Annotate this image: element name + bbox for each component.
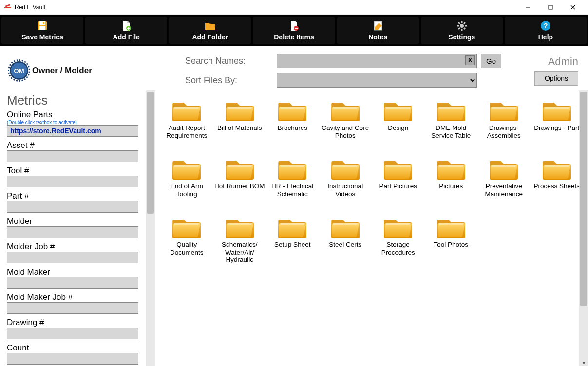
- folder-icon: [171, 213, 203, 240]
- logo-text: Owner / Molder: [32, 66, 92, 75]
- folder-item[interactable]: Drawings-Assemblies: [477, 94, 531, 149]
- folder-item[interactable]: Bill of Materials: [213, 94, 266, 149]
- folder-item[interactable]: Design: [372, 94, 425, 149]
- folder-icon: [276, 96, 308, 123]
- metric-field-label: Mold Maker: [7, 267, 149, 277]
- folder-scroll-area[interactable]: Audit Report Requirements Bill of Materi…: [157, 92, 586, 364]
- titlebar: Red E Vault: [0, 0, 588, 15]
- folder-icon: [224, 96, 256, 123]
- svg-rect-1: [5, 4, 10, 7]
- online-parts-field: Online Parts (Double click textbox to ac…: [7, 110, 149, 137]
- add-folder-button[interactable]: Add Folder: [169, 17, 251, 44]
- sort-select[interactable]: [277, 73, 477, 88]
- logo-area: OM Owner / Molder: [10, 61, 185, 80]
- minimize-button[interactable]: [517, 0, 539, 15]
- notes-button[interactable]: Notes: [337, 17, 419, 44]
- folder-item[interactable]: Brochures: [266, 94, 319, 149]
- notes-icon: [372, 20, 384, 32]
- metric-field: Mold Maker Job #: [7, 293, 149, 314]
- help-icon: ?: [540, 20, 551, 32]
- settings-button[interactable]: Settings: [421, 17, 503, 44]
- delete-items-button[interactable]: Delete Items: [253, 17, 335, 44]
- metric-field-input[interactable]: [7, 277, 138, 289]
- search-input[interactable]: [277, 54, 477, 68]
- folder-icon: [276, 154, 308, 182]
- folder-item[interactable]: Instructional Videos: [319, 152, 372, 208]
- folder-scroll-thumb[interactable]: [580, 92, 587, 306]
- folder-item[interactable]: Pictures: [425, 152, 478, 208]
- metric-field-input[interactable]: [7, 302, 138, 314]
- online-parts-hint: (Double click textbox to activate): [7, 120, 149, 125]
- folder-item[interactable]: Drawings - Part: [531, 94, 584, 149]
- folder-item[interactable]: HR - Electrical Schematic: [266, 152, 319, 208]
- maximize-button[interactable]: [539, 0, 562, 15]
- main-toolbar: Save Metrics Add File Add Folder Delete …: [0, 15, 588, 46]
- search-input-wrap: X: [277, 54, 477, 68]
- metric-field-input[interactable]: [7, 353, 138, 365]
- folder-item[interactable]: Preventative Maintenance: [477, 152, 531, 208]
- folder-icon: [382, 96, 414, 123]
- help-button[interactable]: ? Help: [505, 17, 587, 44]
- folder-item[interactable]: DME Mold Service Table: [425, 94, 478, 149]
- folder-item[interactable]: Hot Runner BOM: [213, 152, 266, 208]
- metrics-scroll-thumb[interactable]: [147, 92, 154, 214]
- delete-icon: [288, 20, 300, 32]
- folder-item[interactable]: Cavity and Core Photos: [319, 94, 372, 149]
- folder-item[interactable]: Tool Photos: [425, 211, 478, 266]
- folder-name: Quality Documents: [161, 241, 212, 264]
- folder-icon: [382, 213, 414, 240]
- save-metrics-button[interactable]: Save Metrics: [1, 17, 83, 44]
- folder-item[interactable]: Quality Documents: [160, 211, 213, 266]
- folder-item[interactable]: Storage Procedures: [372, 211, 425, 266]
- folder-item[interactable]: End of Arm Tooling: [160, 152, 213, 208]
- metrics-scrollbar[interactable]: [146, 90, 155, 366]
- folder-item[interactable]: Schematics/ Water/Air/ Hydraulic: [213, 211, 266, 266]
- folder-name: Audit Report Requirements: [161, 124, 212, 147]
- folder-item[interactable]: Process Sheets: [531, 152, 584, 208]
- help-label: Help: [538, 33, 553, 41]
- folder-item[interactable]: Setup Sheet: [266, 211, 319, 266]
- online-parts-input[interactable]: [7, 125, 138, 137]
- scroll-down-icon[interactable]: ▾: [580, 359, 587, 366]
- add-folder-icon: [204, 20, 216, 32]
- logo-initials: OM: [14, 67, 24, 74]
- add-file-icon: [120, 20, 132, 32]
- metric-field-label: Drawing #: [7, 318, 149, 328]
- folder-name: Steel Certs: [329, 241, 361, 264]
- go-button[interactable]: Go: [481, 54, 501, 68]
- folder-name: Brochures: [277, 124, 307, 147]
- metric-field: Part #: [7, 191, 149, 213]
- folder-item[interactable]: Audit Report Requirements: [160, 94, 213, 149]
- folder-grid: Audit Report Requirements Bill of Materi…: [157, 92, 586, 268]
- folder-name: DME Mold Service Table: [426, 124, 477, 147]
- metric-field: Molder: [7, 217, 149, 238]
- metric-field-label: Mold Maker Job #: [7, 293, 149, 302]
- folder-icon: [435, 213, 467, 240]
- folder-icon: [329, 154, 361, 182]
- metric-field-label: Asset #: [7, 141, 149, 150]
- folder-icon: [435, 154, 467, 182]
- search-block: Search Names: X Go Sort Files By:: [185, 54, 505, 88]
- settings-label: Settings: [448, 33, 475, 41]
- metric-field-input[interactable]: [7, 226, 138, 238]
- folder-item[interactable]: Part Pictures: [372, 152, 425, 208]
- folder-scrollbar[interactable]: ▴ ▾: [579, 90, 588, 366]
- folder-icon: [224, 154, 256, 182]
- folder-name: Hot Runner BOM: [214, 183, 265, 206]
- metric-field-input[interactable]: [7, 150, 138, 162]
- search-label: Search Names:: [185, 56, 273, 66]
- search-clear-button[interactable]: X: [465, 55, 475, 65]
- folder-item[interactable]: Steel Certs: [319, 211, 372, 266]
- folder-icon: [329, 213, 361, 240]
- metric-field-input[interactable]: [7, 176, 138, 187]
- metric-field-input[interactable]: [7, 252, 138, 263]
- metric-field-input[interactable]: [7, 201, 138, 213]
- metric-field-input[interactable]: [7, 328, 138, 339]
- close-button[interactable]: [562, 0, 584, 15]
- svg-rect-7: [39, 21, 45, 25]
- folder-icon: [541, 96, 573, 123]
- add-file-button[interactable]: Add File: [85, 17, 167, 44]
- metric-field: Tool #: [7, 166, 149, 187]
- folder-icon: [276, 213, 308, 240]
- options-button[interactable]: Options: [534, 71, 578, 86]
